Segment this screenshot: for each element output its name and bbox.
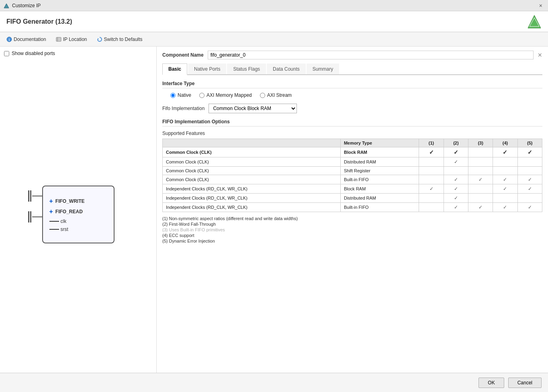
tab-summary[interactable]: Summary xyxy=(307,63,339,74)
vivado-logo xyxy=(527,14,542,29)
cancel-button[interactable]: Cancel xyxy=(508,378,542,388)
row-label-3: Common Clock (CLK) xyxy=(163,175,341,184)
col-header-5: (5) xyxy=(517,139,542,147)
tab-basic[interactable]: Basic xyxy=(162,63,187,75)
cell-1-4 xyxy=(493,157,517,167)
tab-native-ports[interactable]: Native Ports xyxy=(188,63,226,74)
cell-3-1 xyxy=(419,175,444,184)
switch-defaults-button[interactable]: Switch to Defaults xyxy=(95,36,144,43)
table-row: Common Clock (CLK) Shift Register xyxy=(163,167,542,175)
table-row: Common Clock (CLK) Built-in FIFO ✓ ✓ ✓ ✓ xyxy=(163,175,542,184)
col-header-4: (4) xyxy=(493,139,517,147)
cell-5-2: ✓ xyxy=(444,194,468,203)
cell-5-5 xyxy=(517,194,542,203)
cell-1-1 xyxy=(419,157,444,167)
mem-type-1: Distributed RAM xyxy=(340,157,419,167)
show-disabled-ports-row: Show disabled ports xyxy=(4,51,152,56)
cell-0-3 xyxy=(468,147,493,157)
mem-type-6: Built-in FIFO xyxy=(340,203,419,212)
show-disabled-ports-label: Show disabled ports xyxy=(12,51,55,56)
radio-axi-mm-label: AXI Memory Mapped xyxy=(207,92,252,98)
row-label-6: Independent Clocks (RD_CLK, WR_CLK) xyxy=(163,203,341,212)
radio-axi-stream[interactable]: AXI Stream xyxy=(260,92,292,98)
component-name-label: Component Name xyxy=(162,52,204,58)
legend-item-1: (1) Non-symmetric aspect ratios (differe… xyxy=(162,216,542,221)
location-label: IP Location xyxy=(63,37,87,42)
title-bar-left: Customize IP xyxy=(3,2,41,9)
documentation-button[interactable]: i Documentation xyxy=(5,36,48,43)
toolbar: i Documentation IP Location Switch to De… xyxy=(0,32,548,47)
ok-button[interactable]: OK xyxy=(478,378,504,388)
row-label-4: Independent Clocks (RD_CLK, WR_CLK) xyxy=(163,184,341,194)
component-name-input[interactable] xyxy=(208,51,534,59)
srst-port: srst xyxy=(49,227,107,232)
svg-marker-0 xyxy=(4,4,9,8)
ip-location-button[interactable]: IP Location xyxy=(54,36,89,43)
fifo-write-port: + FIFO_WRITE xyxy=(49,198,107,205)
mem-type-3: Built-in FIFO xyxy=(340,175,419,184)
radio-native[interactable]: Native xyxy=(170,92,191,98)
col-header-memtype: Memory Type xyxy=(340,139,419,147)
col-header-3: (3) xyxy=(468,139,493,147)
col-header-2: (2) xyxy=(444,139,468,147)
fifo-block: + FIFO_WRITE + FIFO_READ clk srst xyxy=(42,186,115,243)
table-row: Independent Clocks (RD_CLK, WR_CLK) Dist… xyxy=(163,194,542,203)
cell-2-5 xyxy=(517,167,542,175)
svg-rect-5 xyxy=(56,37,61,41)
basic-tab-content: Interface Type Native AXI Memory Mapped … xyxy=(162,81,542,247)
clk-port: clk xyxy=(49,218,107,224)
fifo-impl-label: Fifo Implementation xyxy=(162,106,204,111)
mem-type-5: Distributed RAM xyxy=(340,194,419,203)
info-icon: i xyxy=(6,37,12,42)
tab-data-counts[interactable]: Data Counts xyxy=(267,63,306,74)
clear-icon[interactable]: ✕ xyxy=(538,52,542,58)
tab-status-flags[interactable]: Status Flags xyxy=(227,63,266,74)
svg-text:i: i xyxy=(9,38,10,42)
cell-1-3 xyxy=(468,157,493,167)
cell-0-2: ✓ xyxy=(444,147,468,157)
cell-6-2: ✓ xyxy=(444,203,468,212)
legend-item-2: (2) First-Word Fall-Through xyxy=(162,222,542,227)
app-icon xyxy=(3,2,10,9)
legend-section: (1) Non-symmetric aspect ratios (differe… xyxy=(162,216,542,243)
cell-5-4 xyxy=(493,194,517,203)
cell-4-5: ✓ xyxy=(517,184,542,194)
row-label-0: Common Clock (CLK) xyxy=(163,147,341,157)
cell-0-4: ✓ xyxy=(493,147,517,157)
legend-item-4: (4) ECC support xyxy=(162,233,542,238)
mem-type-4: Block RAM xyxy=(340,184,419,194)
fifo-read-port: + FIFO_READ xyxy=(49,208,107,215)
interface-type-radios: Native AXI Memory Mapped AXI Stream xyxy=(170,92,542,98)
switch-defaults-label: Switch to Defaults xyxy=(104,37,143,42)
close-button[interactable]: × xyxy=(537,2,545,10)
documentation-label: Documentation xyxy=(14,37,46,42)
title-bar: Customize IP × xyxy=(0,0,548,11)
cell-2-3 xyxy=(468,167,493,175)
fifo-impl-select[interactable]: Common Clock Block RAM Common Clock Dist… xyxy=(209,104,297,113)
cell-3-2: ✓ xyxy=(444,175,468,184)
cell-3-5: ✓ xyxy=(517,175,542,184)
cell-4-4: ✓ xyxy=(493,184,517,194)
supported-features-label: Supported Features xyxy=(162,131,542,136)
svg-marker-7 xyxy=(98,38,99,40)
cell-4-1: ✓ xyxy=(419,184,444,194)
tabs-row: Basic Native Ports Status Flags Data Cou… xyxy=(162,63,542,75)
show-disabled-ports-checkbox[interactable] xyxy=(4,51,9,56)
radio-native-label: Native xyxy=(178,92,191,98)
fifo-write-label: FIFO_WRITE xyxy=(55,198,85,204)
cell-4-2: ✓ xyxy=(444,184,468,194)
cell-0-1: ✓ xyxy=(419,147,444,157)
srst-label: srst xyxy=(61,227,68,232)
cell-5-3 xyxy=(468,194,493,203)
legend-item-3: (3) Uses Built-in FIFO primitives xyxy=(162,227,542,232)
mem-type-2: Shift Register xyxy=(340,167,419,175)
row-label-5: Independent Clocks (RD_CLK, WR_CLK) xyxy=(163,194,341,203)
cell-2-1 xyxy=(419,167,444,175)
legend-item-5: (5) Dynamic Error Injection xyxy=(162,239,542,243)
impl-options-title: FIFO Implementation Options xyxy=(162,119,542,127)
radio-axi-memory-mapped[interactable]: AXI Memory Mapped xyxy=(199,92,252,98)
cell-2-2 xyxy=(444,167,468,175)
col-header-1: (1) xyxy=(419,139,444,147)
left-panel: Show disabled ports + FIFO_WRI xyxy=(0,47,157,373)
impl-options-section: FIFO Implementation Options Supported Fe… xyxy=(162,119,542,243)
